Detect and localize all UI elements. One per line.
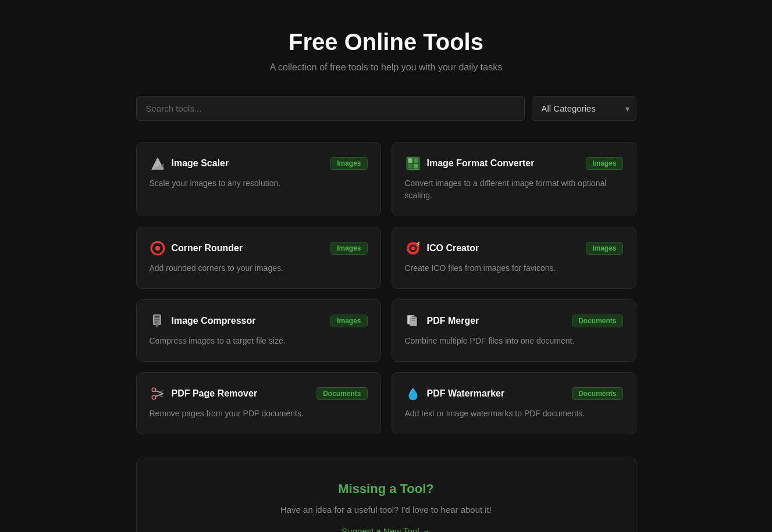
search-input[interactable] [136,96,525,121]
pdf-page-remover-icon [150,385,166,402]
pdf-merger-desc: Combine multiple PDF files into one docu… [405,335,623,347]
missing-tool-section: Missing a Tool? Have an idea for a usefu… [136,458,636,532]
tool-card-header: Corner Rounder Images [150,240,368,256]
svg-point-25 [152,388,156,392]
tool-card-header: Image Format Converter Images [405,155,623,172]
tool-title-group: PDF Page Remover [150,385,258,402]
tool-card-header: Image Compressor Images [150,313,368,329]
tools-grid: Image Scaler Images Scale your images to… [136,142,636,434]
tool-title-group: Image Format Converter [405,155,535,172]
image-compressor-badge: Images [330,315,367,327]
image-format-converter-name: Image Format Converter [427,158,535,169]
tool-title-group: Corner Rounder [150,240,243,256]
tool-title-group: Image Compressor [150,313,256,329]
svg-rect-3 [408,158,412,163]
tool-card-pdf-page-remover[interactable]: PDF Page Remover Documents Remove pages … [136,372,381,434]
pdf-watermarker-icon [405,385,421,402]
page-title: Free Online Tools [136,29,636,55]
tool-card-header: PDF Watermarker Documents [405,385,623,402]
tool-card-header: Image Scaler Images [150,155,368,172]
svg-rect-5 [408,164,412,169]
corner-rounder-desc: Add rounded corners to your images. [150,262,368,274]
svg-rect-18 [154,322,157,323]
image-compressor-icon [150,313,166,329]
pdf-page-remover-name: PDF Page Remover [172,388,258,399]
image-scaler-icon [150,155,166,172]
svg-point-26 [152,395,156,399]
tool-card-pdf-watermarker[interactable]: PDF Watermarker Documents Add text or im… [392,372,636,434]
search-filter-row: All Categories Images Documents Text Oth… [136,96,636,121]
image-format-converter-desc: Convert images to a different image form… [405,177,623,202]
tool-title-group: PDF Watermarker [405,385,505,402]
ico-creator-icon [405,240,421,256]
svg-rect-4 [414,158,418,163]
tool-card-header: PDF Merger Documents [405,313,623,329]
page-container: Free Online Tools A collection of free t… [124,0,648,532]
tool-card-pdf-merger[interactable]: PDF Merger Documents Combine multiple PD… [392,299,636,362]
svg-line-29 [159,391,163,392]
tool-title-group: PDF Merger [405,313,479,329]
svg-point-8 [155,246,160,251]
svg-line-14 [417,245,419,245]
missing-tool-title: Missing a Tool? [154,481,618,497]
pdf-page-remover-desc: Remove pages from your PDF documents. [150,408,368,420]
svg-rect-17 [154,319,159,320]
svg-rect-19 [155,324,158,327]
tool-card-image-scaler[interactable]: Image Scaler Images Scale your images to… [136,142,381,216]
ico-creator-name: ICO Creator [427,243,479,253]
tool-card-image-compressor[interactable]: Image Compressor Images Compress images … [136,299,381,362]
pdf-page-remover-badge: Documents [316,387,367,400]
tool-title-group: ICO Creator [405,240,479,256]
pdf-watermarker-name: PDF Watermarker [427,388,505,399]
tool-card-corner-rounder[interactable]: Corner Rounder Images Add rounded corner… [136,227,381,289]
suggest-new-tool-link[interactable]: Suggest a New Tool → [341,526,430,532]
image-scaler-name: Image Scaler [172,158,229,169]
svg-point-11 [411,247,415,251]
image-compressor-name: Image Compressor [172,316,256,326]
corner-rounder-name: Corner Rounder [172,243,243,253]
tool-card-header: PDF Page Remover Documents [150,385,368,402]
page-subtitle: A collection of free tools to help you w… [136,62,636,73]
svg-line-13 [417,242,418,244]
pdf-merger-badge: Documents [572,315,622,327]
missing-tool-text: Have an idea for a useful tool? I'd love… [154,505,618,515]
image-format-converter-badge: Images [586,157,622,170]
svg-line-30 [159,395,163,397]
category-select-wrapper: All Categories Images Documents Text Oth… [532,96,636,121]
pdf-merger-icon [405,313,421,329]
image-scaler-desc: Scale your images to any resolution. [150,177,368,190]
image-format-converter-icon [405,155,421,172]
ico-creator-badge: Images [586,242,622,255]
pdf-watermarker-badge: Documents [572,387,622,400]
category-select[interactable]: All Categories Images Documents Text Oth… [532,96,636,121]
image-scaler-badge: Images [330,157,367,170]
tool-card-header: ICO Creator Images [405,240,623,256]
svg-rect-6 [414,164,418,169]
tool-card-ico-creator[interactable]: ICO Creator Images Create ICO files from… [392,227,636,289]
ico-creator-desc: Create ICO files from images for favicon… [405,262,623,274]
corner-rounder-badge: Images [330,242,367,255]
image-compressor-desc: Compress images to a target file size. [150,335,368,347]
tool-title-group: Image Scaler [150,155,229,172]
tool-card-image-format-converter[interactable]: Image Format Converter Images Convert im… [392,142,636,216]
pdf-watermarker-desc: Add text or image watermarks to PDF docu… [405,408,623,420]
pdf-merger-name: PDF Merger [427,316,479,326]
svg-rect-16 [154,316,159,317]
corner-rounder-icon [150,240,166,256]
